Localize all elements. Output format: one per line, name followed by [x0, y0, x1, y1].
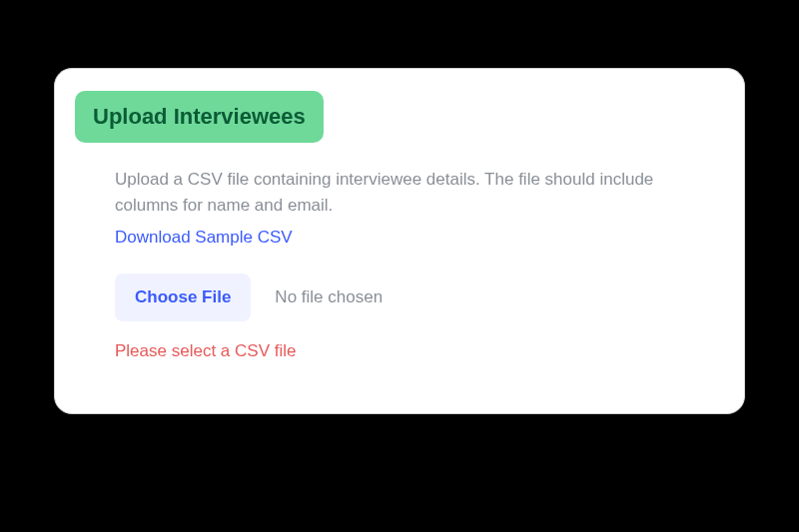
card-title: Upload Interviewees: [75, 91, 324, 143]
card-content: Upload a CSV file containing interviewee…: [77, 167, 722, 361]
upload-card: Upload Interviewees Upload a CSV file co…: [54, 68, 745, 414]
error-message: Please select a CSV file: [115, 341, 702, 361]
upload-description: Upload a CSV file containing interviewee…: [115, 167, 702, 218]
file-input-row: Choose File No file chosen: [115, 273, 702, 321]
download-sample-link[interactable]: Download Sample CSV: [115, 228, 293, 248]
choose-file-button[interactable]: Choose File: [115, 273, 251, 321]
file-status-text: No file chosen: [275, 287, 383, 307]
